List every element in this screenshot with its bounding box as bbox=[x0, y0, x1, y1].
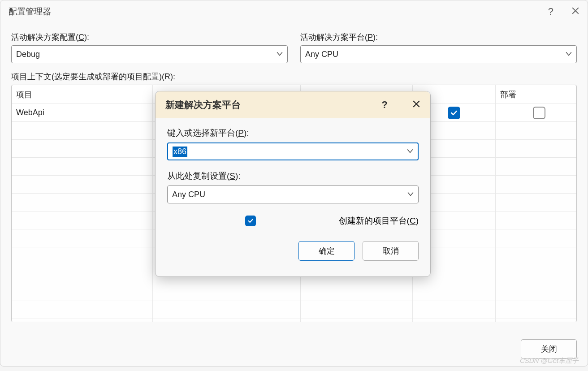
config-manager-window: 配置管理器 ? 活动解决方案配置(C): Debug bbox=[0, 0, 588, 367]
col-deploy: 部署 bbox=[496, 85, 577, 104]
window-title: 配置管理器 bbox=[9, 6, 51, 17]
close-button[interactable]: 关闭 bbox=[521, 339, 577, 359]
create-project-platform-label: 创建新的项目平台(C) bbox=[339, 215, 419, 227]
active-platform-value: Any CPU bbox=[305, 50, 338, 59]
new-platform-value: x86 bbox=[173, 147, 187, 157]
active-config-dropdown[interactable]: Debug bbox=[11, 45, 288, 63]
chevron-down-icon bbox=[566, 50, 572, 59]
close-icon[interactable] bbox=[412, 99, 420, 111]
watermark: CSDN @Get车厘子 bbox=[520, 357, 579, 365]
active-platform-dropdown[interactable]: Any CPU bbox=[300, 45, 577, 63]
cancel-button[interactable]: 取消 bbox=[363, 241, 419, 261]
help-icon[interactable]: ? bbox=[548, 6, 553, 17]
copy-from-dropdown[interactable]: Any CPU bbox=[167, 186, 419, 203]
project-context-label: 项目上下文(选定要生成或部署的项目配置)(R): bbox=[11, 71, 577, 82]
ok-button[interactable]: 确定 bbox=[298, 241, 355, 261]
active-config-label: 活动解决方案配置(C): bbox=[11, 32, 288, 43]
create-project-platform-checkbox[interactable] bbox=[245, 216, 256, 226]
active-platform-label: 活动解决方案平台(P): bbox=[300, 32, 577, 43]
active-config-value: Debug bbox=[16, 50, 40, 59]
copy-from-value: Any CPU bbox=[172, 190, 205, 199]
close-icon[interactable] bbox=[571, 6, 579, 17]
table-row-deploy[interactable] bbox=[496, 104, 577, 122]
copy-from-label: 从此处复制设置(S): bbox=[167, 170, 419, 182]
modal-title-text: 新建解决方案平台 bbox=[165, 99, 241, 111]
help-icon[interactable]: ? bbox=[382, 99, 388, 111]
deploy-checkbox[interactable] bbox=[533, 107, 545, 119]
col-project: 项目 bbox=[12, 85, 153, 104]
modal-titlebar: 新建解决方案平台 ? bbox=[156, 91, 430, 118]
chevron-down-icon bbox=[407, 147, 413, 156]
table-row-project: WebApi bbox=[12, 104, 153, 122]
build-checkbox[interactable] bbox=[448, 107, 460, 119]
chevron-down-icon bbox=[407, 190, 414, 199]
new-platform-dropdown[interactable]: x86 bbox=[167, 142, 419, 160]
new-platform-dialog: 新建解决方案平台 ? 键入或选择新平台(P): x86 从此处复制设置(S): bbox=[155, 91, 431, 277]
chevron-down-icon bbox=[277, 50, 283, 59]
new-platform-label: 键入或选择新平台(P): bbox=[167, 127, 419, 139]
create-project-platform-row[interactable]: 创建新的项目平台(C) bbox=[167, 215, 419, 227]
titlebar: 配置管理器 ? bbox=[0, 0, 588, 23]
